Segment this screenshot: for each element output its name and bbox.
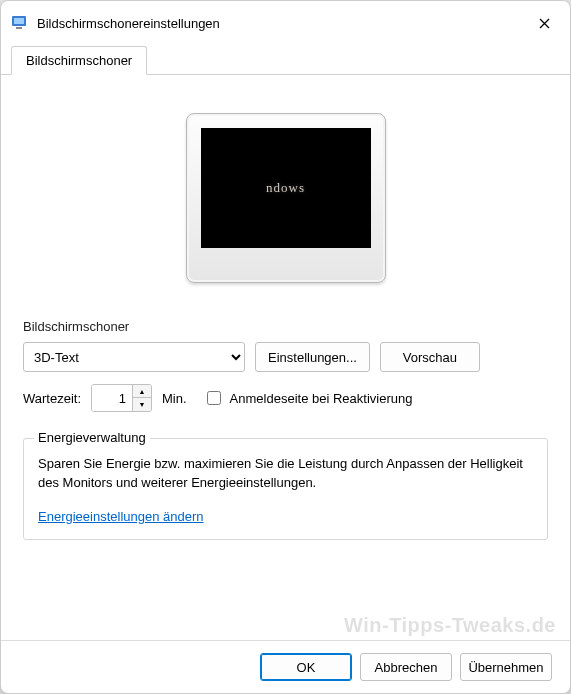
screensaver-select[interactable]: 3D-Text [23, 342, 245, 372]
monitor-stand [251, 288, 321, 292]
monitor-preview-wrap: ndows [23, 93, 548, 311]
resume-checkbox[interactable] [207, 391, 221, 405]
wait-input[interactable] [92, 385, 132, 411]
spinner-buttons: ▲ ▼ [132, 385, 151, 411]
screensaver-group-label: Bildschirmschoner [23, 319, 548, 334]
screensaver-group: Bildschirmschoner 3D-Text Einstellungen.… [23, 319, 548, 424]
wait-row: Wartezeit: ▲ ▼ Min. Anmeldeseite bei Rea… [23, 384, 548, 412]
energy-text: Sparen Sie Energie bzw. maximieren Sie d… [38, 455, 533, 493]
tab-screensaver[interactable]: Bildschirmschoner [11, 46, 147, 75]
apply-button[interactable]: Übernehmen [460, 653, 552, 681]
content-area: ndows Bildschirmschoner 3D-Text Einstell… [1, 75, 570, 640]
close-button[interactable] [528, 9, 560, 37]
resume-checkbox-label: Anmeldeseite bei Reaktivierung [230, 391, 413, 406]
energy-legend: Energieverwaltung [34, 430, 150, 445]
dialog-window: Bildschirmschonereinstellungen Bildschir… [0, 0, 571, 694]
cancel-button[interactable]: Abbrechen [360, 653, 452, 681]
svg-rect-2 [16, 27, 22, 29]
energy-group: Energieverwaltung Sparen Sie Energie bzw… [23, 438, 548, 540]
window-title: Bildschirmschonereinstellungen [37, 16, 528, 31]
wait-unit: Min. [162, 391, 187, 406]
titlebar: Bildschirmschonereinstellungen [1, 1, 570, 43]
settings-button[interactable]: Einstellungen... [255, 342, 370, 372]
dialog-buttons: OK Abbrechen Übernehmen [1, 640, 570, 693]
wait-label: Wartezeit: [23, 391, 81, 406]
resume-checkbox-wrap[interactable]: Anmeldeseite bei Reaktivierung [203, 388, 413, 408]
energy-settings-link[interactable]: Energieeinstellungen ändern [38, 509, 204, 524]
screensaver-preview-screen: ndows [201, 128, 371, 248]
screensaver-icon [11, 14, 29, 32]
screensaver-row: 3D-Text Einstellungen... Vorschau [23, 342, 548, 372]
svg-rect-1 [14, 18, 24, 24]
wait-spinner[interactable]: ▲ ▼ [91, 384, 152, 412]
preview-button[interactable]: Vorschau [380, 342, 480, 372]
tabstrip: Bildschirmschoner [1, 45, 570, 75]
ok-button[interactable]: OK [260, 653, 352, 681]
monitor-preview: ndows [186, 113, 386, 283]
spinner-up[interactable]: ▲ [133, 385, 151, 398]
spinner-down[interactable]: ▼ [133, 398, 151, 411]
